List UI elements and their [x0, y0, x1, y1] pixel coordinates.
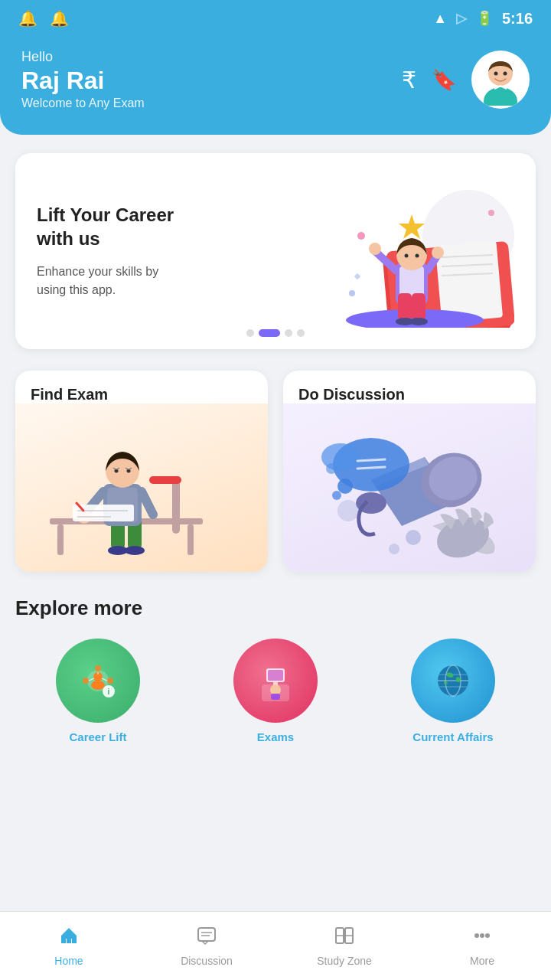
header-user-info: Hello Raj Rai Welcome to Any Exam: [21, 49, 145, 110]
svg-point-70: [107, 678, 113, 684]
svg-rect-35: [149, 476, 181, 484]
dot-2: [259, 329, 280, 337]
dot-4: [297, 329, 305, 337]
svg-point-57: [337, 479, 353, 494]
svg-rect-32: [57, 524, 64, 555]
explore-section: Explore more: [15, 596, 536, 743]
svg-rect-89: [198, 928, 215, 941]
svg-point-71: [95, 665, 101, 671]
user-name: Raj Rai: [21, 67, 145, 95]
do-discussion-card[interactable]: Do Discussion: [283, 371, 536, 572]
svg-point-29: [349, 290, 355, 296]
svg-point-24: [405, 254, 409, 258]
bookmark-icon[interactable]: 🔖: [432, 68, 456, 92]
svg-rect-34: [172, 480, 180, 534]
svg-point-64: [389, 544, 399, 554]
svg-point-68: [91, 681, 105, 690]
nav-home[interactable]: Home: [0, 912, 138, 980]
svg-point-3: [494, 72, 498, 76]
svg-rect-30: [354, 273, 360, 279]
more-icon: [471, 925, 493, 952]
svg-rect-15: [398, 293, 412, 320]
explore-item-current-affairs[interactable]: Current Affairs: [411, 639, 495, 743]
do-discussion-illustration: [283, 403, 536, 572]
exams-circle: [233, 639, 318, 723]
svg-point-22: [432, 247, 444, 259]
svg-point-97: [480, 933, 484, 938]
nav-discussion[interactable]: Discussion: [138, 912, 276, 980]
svg-rect-16: [412, 293, 425, 320]
exams-label: Exams: [257, 730, 294, 743]
svg-rect-8: [435, 241, 503, 323]
svg-point-4: [504, 72, 507, 76]
svg-text:i: i: [108, 688, 110, 696]
svg-point-98: [485, 933, 490, 938]
exams-icon-svg: [253, 658, 298, 704]
hello-label: Hello: [21, 49, 145, 65]
svg-point-58: [332, 491, 341, 500]
status-bar: 🔔 🔔 ▲ ▷ 🔋 5:16: [0, 0, 551, 37]
study-zone-icon: [334, 925, 355, 952]
discussion-label: Discussion: [181, 955, 233, 967]
banner-title: Lift Your Career with us: [37, 203, 190, 250]
svg-point-63: [406, 530, 421, 545]
current-affairs-label: Current Affairs: [412, 730, 493, 743]
svg-rect-88: [67, 939, 71, 943]
cards-row: Find Exam: [15, 371, 536, 572]
wifi-icon: ▲: [433, 11, 447, 27]
find-exam-card[interactable]: Find Exam: [15, 371, 268, 572]
nav-more[interactable]: More: [413, 912, 551, 980]
study-zone-label: Study Zone: [317, 955, 372, 967]
battery-icon: 🔋: [476, 10, 493, 27]
find-exam-label: Find Exam: [15, 371, 268, 403]
header: Hello Raj Rai Welcome to Any Exam ₹ 🔖: [0, 37, 551, 135]
do-discussion-svg: [302, 419, 517, 572]
current-affairs-circle: [411, 639, 495, 723]
do-discussion-label: Do Discussion: [283, 371, 536, 403]
explore-item-exams[interactable]: Exams: [233, 639, 318, 743]
svg-point-69: [83, 678, 89, 684]
bottom-nav: Home Discussion Study Zone: [0, 911, 551, 980]
svg-rect-45: [73, 505, 134, 521]
find-exam-svg: [34, 419, 249, 572]
find-exam-bg: [15, 403, 268, 572]
discussion-icon: [196, 925, 217, 952]
avatar-svg: [474, 54, 527, 106]
svg-rect-82: [271, 694, 280, 700]
avatar[interactable]: [471, 51, 530, 109]
notification-bell2-icon: 🔔: [50, 9, 69, 28]
career-icon-svg: i: [75, 658, 121, 704]
rupee-icon[interactable]: ₹: [402, 67, 416, 93]
career-lift-circle: i: [56, 639, 140, 723]
svg-point-39: [125, 546, 145, 555]
find-exam-illustration: [15, 403, 268, 572]
current-affairs-icon-svg: [430, 658, 476, 704]
home-label: Home: [54, 955, 83, 967]
header-actions: ₹ 🔖: [402, 51, 530, 109]
banner-card[interactable]: Lift Your Career with us Enhance your sk…: [15, 153, 536, 349]
svg-line-62: [357, 467, 385, 469]
svg-point-18: [409, 318, 428, 325]
dot-3: [285, 329, 292, 337]
banner-subtitle: Enhance your skills by using this app.: [37, 263, 190, 299]
explore-title: Explore more: [15, 596, 536, 620]
status-left: 🔔 🔔: [18, 9, 69, 28]
svg-point-21: [369, 243, 381, 255]
svg-point-28: [488, 210, 494, 216]
banner-illustration: [190, 175, 514, 328]
nav-study-zone[interactable]: Study Zone: [276, 912, 413, 980]
discussion-bg: [283, 403, 536, 572]
svg-rect-33: [187, 524, 194, 555]
svg-point-60: [326, 463, 337, 474]
status-right: ▲ ▷ 🔋 5:16: [433, 10, 533, 28]
main-content: Lift Your Career with us Enhance your sk…: [0, 135, 551, 820]
banner-text: Lift Your Career with us Enhance your sk…: [37, 203, 190, 299]
more-label: More: [470, 955, 494, 967]
svg-point-81: [270, 684, 281, 695]
svg-marker-26: [399, 214, 425, 239]
welcome-text: Welcome to Any Exam: [21, 96, 145, 110]
svg-point-27: [357, 232, 365, 240]
explore-item-career[interactable]: i Career Lift: [56, 639, 140, 743]
svg-line-61: [357, 459, 385, 461]
sim-icon: ▷: [456, 10, 467, 27]
